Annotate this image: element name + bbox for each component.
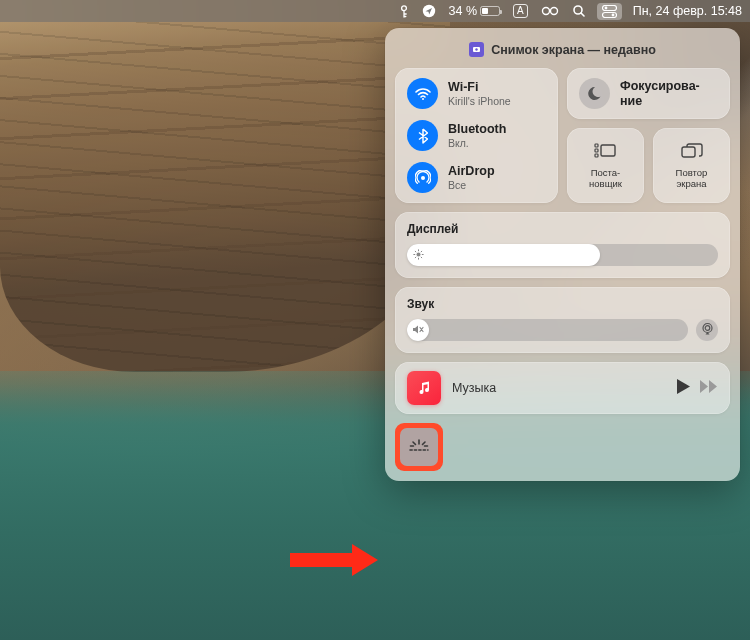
svg-point-20	[705, 326, 710, 331]
svg-rect-7	[602, 12, 616, 17]
battery-percent: 34 %	[449, 4, 478, 18]
sound-module: Звук	[395, 287, 730, 353]
wifi-icon	[407, 78, 438, 109]
datetime[interactable]: Пн, 24 февр. 15:48	[633, 4, 742, 18]
menubar: 34 % А Пн, 24 февр. 15:48	[0, 0, 750, 22]
annotation-arrow	[290, 544, 378, 576]
wifi-title: Wi-Fi	[448, 80, 511, 94]
svg-rect-5	[602, 5, 616, 10]
svg-point-6	[604, 6, 607, 9]
stage-manager-toggle[interactable]: Поста- новщик	[567, 128, 644, 203]
play-button[interactable]	[677, 379, 690, 398]
control-center-panel: Снимок экрана — недавно Wi-Fi Kirill's i…	[385, 28, 740, 481]
svg-point-2	[542, 8, 549, 15]
airdrop-subtitle: Все	[448, 179, 495, 191]
screenshot-app-icon	[469, 42, 484, 57]
display-label: Дисплей	[407, 222, 718, 236]
svg-point-12	[421, 176, 425, 180]
music-artwork	[407, 371, 441, 405]
moon-icon	[579, 78, 610, 109]
svg-point-8	[611, 13, 614, 16]
focus-toggle[interactable]: Фокусирова- ние	[567, 68, 730, 119]
datetime-text: Пн, 24 февр. 15:48	[633, 4, 742, 18]
input-language[interactable]: А	[513, 4, 528, 18]
music-title: Музыка	[452, 381, 666, 395]
svg-point-0	[401, 5, 406, 10]
next-button[interactable]	[700, 379, 718, 397]
svg-point-18	[417, 253, 421, 257]
wifi-toggle[interactable]: Wi-Fi Kirill's iPhone	[407, 78, 546, 109]
svg-rect-13	[601, 145, 615, 156]
svg-rect-16	[595, 154, 598, 157]
volume-mute-icon	[412, 321, 424, 339]
airdrop-icon	[407, 162, 438, 193]
svg-rect-15	[595, 149, 598, 152]
spotlight-icon[interactable]	[572, 4, 586, 18]
brightness-icon	[413, 246, 424, 264]
svg-rect-17	[682, 147, 695, 157]
display-slider[interactable]	[407, 244, 718, 266]
recent-banner[interactable]: Снимок экрана — недавно	[395, 38, 730, 59]
keyboard-brightness-button[interactable]	[395, 423, 443, 471]
screen-mirroring-toggle[interactable]: Повтор экрана	[653, 128, 730, 203]
svg-point-11	[422, 98, 424, 100]
shortcut-icon[interactable]	[541, 5, 559, 17]
recent-label: Снимок экрана — недавно	[491, 43, 656, 57]
bluetooth-subtitle: Вкл.	[448, 137, 506, 149]
battery-icon	[480, 6, 500, 16]
screen-mirroring-label: Повтор экрана	[676, 168, 708, 189]
bluetooth-toggle[interactable]: Bluetooth Вкл.	[407, 120, 546, 151]
wifi-subtitle: Kirill's iPhone	[448, 95, 511, 107]
sound-label: Звук	[407, 297, 718, 311]
screen-mirroring-icon	[681, 143, 703, 164]
svg-point-10	[475, 48, 477, 50]
svg-point-19	[703, 324, 712, 333]
svg-rect-14	[595, 144, 598, 147]
airdrop-title: AirDrop	[448, 164, 495, 178]
connectivity-module: Wi-Fi Kirill's iPhone Bluetooth Вкл. A	[395, 68, 558, 203]
location-icon[interactable]	[422, 4, 436, 18]
airplay-audio-icon	[701, 321, 714, 339]
keyboard-brightness-icon	[408, 438, 430, 456]
svg-point-3	[550, 8, 557, 15]
vpn-key-icon[interactable]	[399, 5, 409, 18]
stage-manager-label: Поста- новщик	[589, 168, 622, 189]
bluetooth-title: Bluetooth	[448, 122, 506, 136]
bluetooth-icon	[407, 120, 438, 151]
music-module[interactable]: Музыка	[395, 362, 730, 414]
stage-manager-icon	[594, 143, 617, 164]
airdrop-toggle[interactable]: AirDrop Все	[407, 162, 546, 193]
language-badge: А	[513, 4, 528, 18]
sound-slider[interactable]	[407, 319, 688, 341]
focus-label: Фокусирова- ние	[620, 79, 700, 108]
battery-status[interactable]: 34 %	[449, 4, 501, 18]
control-center-toggle[interactable]	[597, 3, 622, 20]
display-module: Дисплей	[395, 212, 730, 278]
airplay-audio-button[interactable]	[696, 319, 718, 341]
